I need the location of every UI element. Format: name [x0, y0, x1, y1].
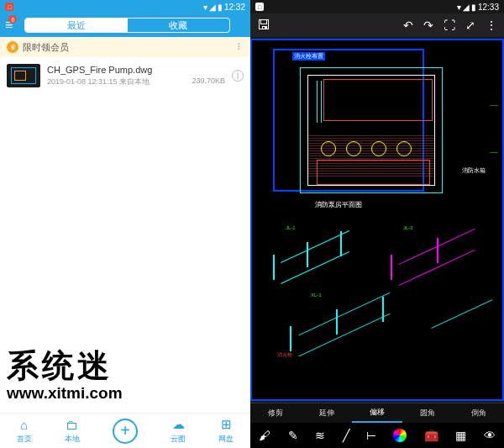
cad-annotation: 消防水箱 [462, 166, 486, 175]
info-icon[interactable]: i [232, 70, 244, 82]
signal-icon: ◢ [209, 3, 216, 12]
file-date: 2019-01-08 12:31:15 来自本地 [47, 77, 150, 86]
battery-icon: ▮ [218, 3, 223, 12]
tab-bar: 最近 收藏 [24, 18, 230, 33]
cad-viewport[interactable]: 消火栓布置 ── ── 消防水箱 消防泵房平面图 JL-1 JL-2 XL-1 [250, 39, 504, 401]
visibility-icon[interactable]: 👁 [484, 429, 496, 442]
cad-dim: 消火栓 [277, 351, 292, 359]
bottom-nav: ⌂ 首页 🗀 本地 + ☁ 云图 ⊞ 网盘 [0, 413, 250, 448]
brush-icon[interactable]: 🖌 [259, 429, 270, 442]
redo-icon[interactable]: ↷ [423, 18, 433, 32]
app-indicator: □ [255, 3, 264, 11]
add-button[interactable]: + [113, 419, 138, 444]
tool-icons: 🖌 ✎ ≋ ╱ ⊢ 🧰 ▦ 👁 [250, 423, 504, 448]
line-icon[interactable]: ╱ [343, 429, 349, 442]
drawing-caption: 消防泵房平面图 [315, 200, 362, 209]
color-wheel-icon[interactable] [393, 429, 407, 442]
tool-fillet[interactable]: 圆角 [402, 403, 453, 423]
wifi-icon: ▾ [203, 3, 207, 12]
tab-recent[interactable]: 最近 [25, 18, 127, 32]
notification-badge: 6 [8, 15, 17, 24]
tool-extend[interactable]: 延伸 [301, 403, 351, 423]
nav-disk[interactable]: ⊞ 网盘 [218, 417, 234, 445]
undo-icon[interactable]: ↶ [403, 18, 413, 32]
folder-icon: 🗀 [66, 418, 78, 432]
fullscreen-icon[interactable]: ⛶ [444, 18, 455, 32]
home-icon: ⌂ [20, 418, 28, 432]
tool-trim[interactable]: 修剪 [250, 403, 301, 423]
status-bar: □ ▾ ◢ ▮ 12:33 [250, 0, 504, 13]
nav-home[interactable]: ⌂ 首页 [17, 418, 32, 445]
save-icon[interactable]: 🖫 [257, 18, 270, 33]
file-thumbnail [7, 64, 40, 87]
cad-dim: JL-2 [403, 225, 413, 230]
edit-icon[interactable]: ✎ [288, 429, 298, 442]
disk-icon: ⊞ [221, 417, 232, 432]
file-size: 239.70KB [192, 76, 225, 85]
tool-offset[interactable]: 偏移 [352, 403, 402, 423]
watermark-cn: 系统迷 [7, 345, 123, 387]
wifi-icon: ▾ [457, 3, 461, 12]
app-header: ≡ 6 最近 收藏 [0, 13, 250, 37]
tab-favorites[interactable]: 收藏 [128, 18, 229, 32]
signal-icon: ◢ [463, 3, 470, 12]
layers-icon[interactable]: ≋ [315, 429, 325, 442]
toolbox-icon[interactable]: 🧰 [424, 429, 438, 442]
banner-text: 限时领会员 [23, 41, 69, 54]
file-name: CH_GPS_Fire Pump.dwg [47, 65, 225, 75]
app-indicator: □ [5, 3, 13, 11]
more-icon[interactable]: ⋮ [486, 18, 497, 32]
expand-icon[interactable]: ⤢ [465, 18, 475, 32]
cloud-icon: ☁ [172, 417, 185, 432]
menu-icon[interactable]: ≡ 6 [5, 18, 13, 33]
more-icon: ⠇ [237, 42, 244, 53]
file-row[interactable]: CH_GPS_Fire Pump.dwg 2019-01-08 12:31:15… [0, 57, 250, 94]
cad-annotation: ── [490, 103, 498, 108]
cad-dim: XL-1 [311, 293, 322, 298]
crown-icon: ♛ [7, 41, 18, 53]
tool-chamfer[interactable]: 倒角 [454, 403, 504, 423]
nav-local[interactable]: 🗀 本地 [65, 418, 80, 445]
cad-dim: JL-1 [286, 225, 296, 230]
tool-tabs: 修剪 延伸 偏移 圆角 倒角 [250, 403, 504, 423]
clock: 12:32 [224, 3, 245, 12]
battery-icon: ▮ [471, 3, 476, 12]
clock: 12:33 [478, 3, 499, 12]
grid-icon[interactable]: ▦ [455, 429, 466, 442]
watermark-url: www.xitmi.com [7, 384, 123, 403]
cad-header: 🖫 ↶ ↷ ⛶ ⤢ ⋮ [250, 13, 504, 37]
cad-label: 消火栓布置 [292, 52, 325, 61]
promo-banner[interactable]: ♛ 限时领会员 ⠇ [0, 37, 250, 57]
dimension-icon[interactable]: ⊢ [366, 429, 376, 442]
status-bar: □ ▾ ◢ ▮ 12:32 [0, 0, 250, 13]
cad-annotation: ── [490, 150, 498, 155]
nav-cloud[interactable]: ☁ 云图 [171, 417, 186, 445]
watermark: 系统迷 www.xitmi.com [7, 345, 123, 403]
